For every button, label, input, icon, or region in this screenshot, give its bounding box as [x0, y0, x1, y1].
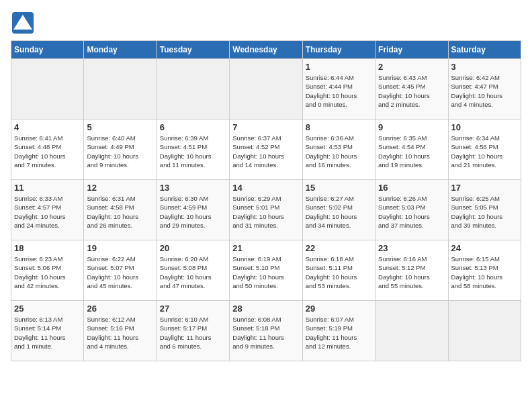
day-number: 25 — [14, 304, 81, 314]
day-cell: 22Sunrise: 6:18 AM Sunset: 5:11 PM Dayli… — [302, 240, 375, 301]
day-number: 21 — [232, 243, 299, 253]
day-cell: 14Sunrise: 6:29 AM Sunset: 5:01 PM Dayli… — [230, 180, 302, 240]
day-cell: 19Sunrise: 6:22 AM Sunset: 5:07 PM Dayli… — [84, 240, 157, 301]
day-cell: 4Sunrise: 6:41 AM Sunset: 4:48 PM Daylig… — [11, 120, 84, 180]
day-cell: 8Sunrise: 6:36 AM Sunset: 4:53 PM Daylig… — [302, 120, 375, 180]
day-number: 22 — [306, 243, 372, 253]
day-cell: 15Sunrise: 6:27 AM Sunset: 5:02 PM Dayli… — [302, 180, 375, 240]
day-cell — [84, 59, 157, 120]
day-info: Sunrise: 6:20 AM Sunset: 5:08 PM Dayligh… — [160, 255, 226, 290]
day-info: Sunrise: 6:12 AM Sunset: 5:16 PM Dayligh… — [87, 315, 153, 351]
day-info: Sunrise: 6:18 AM Sunset: 5:11 PM Dayligh… — [306, 255, 372, 290]
day-info: Sunrise: 6:36 AM Sunset: 4:53 PM Dayligh… — [306, 134, 372, 169]
logo-icon — [11, 11, 35, 35]
calendar-table: SundayMondayTuesdayWednesdayThursdayFrid… — [11, 40, 521, 361]
day-cell: 12Sunrise: 6:31 AM Sunset: 4:58 PM Dayli… — [84, 180, 157, 240]
day-number: 3 — [451, 62, 518, 72]
day-info: Sunrise: 6:30 AM Sunset: 4:59 PM Dayligh… — [160, 194, 226, 230]
day-info: Sunrise: 6:22 AM Sunset: 5:07 PM Dayligh… — [87, 255, 153, 290]
day-number: 6 — [160, 122, 226, 132]
day-info: Sunrise: 6:29 AM Sunset: 5:01 PM Dayligh… — [232, 194, 299, 230]
day-cell: 2Sunrise: 6:43 AM Sunset: 4:45 PM Daylig… — [375, 59, 448, 120]
day-number: 16 — [378, 183, 445, 193]
day-header-tuesday: Tuesday — [157, 41, 229, 59]
day-header-sunday: Sunday — [11, 41, 84, 59]
day-cell: 18Sunrise: 6:23 AM Sunset: 5:06 PM Dayli… — [11, 240, 84, 301]
day-number: 15 — [306, 183, 372, 193]
day-cell: 24Sunrise: 6:15 AM Sunset: 5:13 PM Dayli… — [448, 240, 521, 301]
day-cell: 29Sunrise: 6:07 AM Sunset: 5:19 PM Dayli… — [302, 301, 375, 361]
day-number: 24 — [451, 243, 518, 253]
calendar-header-row: SundayMondayTuesdayWednesdayThursdayFrid… — [11, 41, 521, 59]
day-header-monday: Monday — [84, 41, 157, 59]
day-header-saturday: Saturday — [448, 41, 521, 59]
day-cell: 9Sunrise: 6:35 AM Sunset: 4:54 PM Daylig… — [375, 120, 448, 180]
day-number: 1 — [306, 62, 372, 72]
day-info: Sunrise: 6:25 AM Sunset: 5:05 PM Dayligh… — [451, 194, 518, 230]
day-info: Sunrise: 6:13 AM Sunset: 5:14 PM Dayligh… — [14, 315, 81, 351]
day-cell — [448, 301, 521, 361]
day-cell — [157, 59, 229, 120]
day-number: 14 — [232, 183, 299, 193]
day-cell: 20Sunrise: 6:20 AM Sunset: 5:08 PM Dayli… — [157, 240, 229, 301]
day-info: Sunrise: 6:19 AM Sunset: 5:10 PM Dayligh… — [232, 255, 299, 290]
day-info: Sunrise: 6:41 AM Sunset: 4:48 PM Dayligh… — [14, 134, 81, 169]
day-number: 17 — [451, 183, 518, 193]
day-number: 27 — [160, 304, 226, 314]
week-row-2: 11Sunrise: 6:33 AM Sunset: 4:57 PM Dayli… — [11, 180, 521, 240]
week-row-4: 25Sunrise: 6:13 AM Sunset: 5:14 PM Dayli… — [11, 301, 521, 361]
day-number: 26 — [87, 304, 153, 314]
day-number: 5 — [87, 122, 153, 132]
day-cell: 7Sunrise: 6:37 AM Sunset: 4:52 PM Daylig… — [230, 120, 302, 180]
day-info: Sunrise: 6:07 AM Sunset: 5:19 PM Dayligh… — [306, 315, 372, 351]
day-number: 18 — [14, 243, 81, 253]
day-cell — [230, 59, 302, 120]
day-info: Sunrise: 6:39 AM Sunset: 4:51 PM Dayligh… — [160, 134, 226, 169]
day-info: Sunrise: 6:44 AM Sunset: 4:44 PM Dayligh… — [306, 73, 372, 109]
day-info: Sunrise: 6:23 AM Sunset: 5:06 PM Dayligh… — [14, 255, 81, 290]
day-cell: 17Sunrise: 6:25 AM Sunset: 5:05 PM Dayli… — [448, 180, 521, 240]
day-info: Sunrise: 6:33 AM Sunset: 4:57 PM Dayligh… — [14, 194, 81, 230]
day-info: Sunrise: 6:37 AM Sunset: 4:52 PM Dayligh… — [232, 134, 299, 169]
day-number: 12 — [87, 183, 153, 193]
day-info: Sunrise: 6:27 AM Sunset: 5:02 PM Dayligh… — [306, 194, 372, 230]
day-number: 19 — [87, 243, 153, 253]
day-info: Sunrise: 6:35 AM Sunset: 4:54 PM Dayligh… — [378, 134, 445, 169]
day-cell — [11, 59, 84, 120]
day-number: 28 — [232, 304, 299, 314]
day-info: Sunrise: 6:08 AM Sunset: 5:18 PM Dayligh… — [232, 315, 299, 351]
day-info: Sunrise: 6:15 AM Sunset: 5:13 PM Dayligh… — [451, 255, 518, 290]
day-cell — [375, 301, 448, 361]
day-cell: 5Sunrise: 6:40 AM Sunset: 4:49 PM Daylig… — [84, 120, 157, 180]
day-cell: 6Sunrise: 6:39 AM Sunset: 4:51 PM Daylig… — [157, 120, 229, 180]
day-number: 9 — [378, 122, 445, 132]
day-number: 4 — [14, 122, 81, 132]
day-cell: 11Sunrise: 6:33 AM Sunset: 4:57 PM Dayli… — [11, 180, 84, 240]
day-info: Sunrise: 6:40 AM Sunset: 4:49 PM Dayligh… — [87, 134, 153, 169]
day-info: Sunrise: 6:31 AM Sunset: 4:58 PM Dayligh… — [87, 194, 153, 230]
day-number: 7 — [232, 122, 299, 132]
day-cell: 16Sunrise: 6:26 AM Sunset: 5:03 PM Dayli… — [375, 180, 448, 240]
day-info: Sunrise: 6:42 AM Sunset: 4:47 PM Dayligh… — [451, 73, 518, 109]
day-info: Sunrise: 6:10 AM Sunset: 5:17 PM Dayligh… — [160, 315, 226, 351]
day-cell: 10Sunrise: 6:34 AM Sunset: 4:56 PM Dayli… — [448, 120, 521, 180]
day-cell: 28Sunrise: 6:08 AM Sunset: 5:18 PM Dayli… — [230, 301, 302, 361]
day-info: Sunrise: 6:34 AM Sunset: 4:56 PM Dayligh… — [451, 134, 518, 169]
logo — [11, 11, 38, 35]
day-number: 29 — [306, 304, 372, 314]
week-row-3: 18Sunrise: 6:23 AM Sunset: 5:06 PM Dayli… — [11, 240, 521, 301]
day-cell: 27Sunrise: 6:10 AM Sunset: 5:17 PM Dayli… — [157, 301, 229, 361]
day-cell: 25Sunrise: 6:13 AM Sunset: 5:14 PM Dayli… — [11, 301, 84, 361]
day-info: Sunrise: 6:16 AM Sunset: 5:12 PM Dayligh… — [378, 255, 445, 290]
day-header-wednesday: Wednesday — [230, 41, 302, 59]
page-header — [11, 11, 521, 35]
day-number: 13 — [160, 183, 226, 193]
day-info: Sunrise: 6:26 AM Sunset: 5:03 PM Dayligh… — [378, 194, 445, 230]
day-number: 8 — [306, 122, 372, 132]
week-row-0: 1Sunrise: 6:44 AM Sunset: 4:44 PM Daylig… — [11, 59, 521, 120]
day-header-thursday: Thursday — [302, 41, 375, 59]
week-row-1: 4Sunrise: 6:41 AM Sunset: 4:48 PM Daylig… — [11, 120, 521, 180]
day-cell: 23Sunrise: 6:16 AM Sunset: 5:12 PM Dayli… — [375, 240, 448, 301]
day-number: 2 — [378, 62, 445, 72]
calendar-body: 1Sunrise: 6:44 AM Sunset: 4:44 PM Daylig… — [11, 59, 521, 361]
